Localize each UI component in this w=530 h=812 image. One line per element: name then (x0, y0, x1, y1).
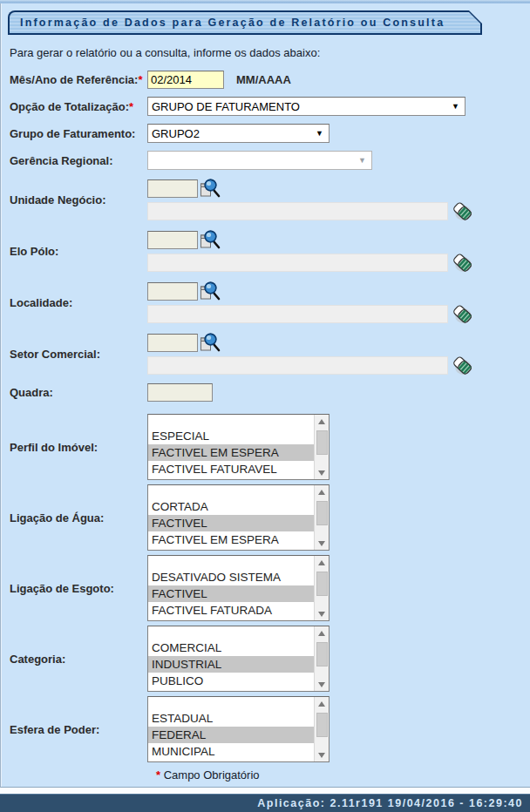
grupo-faturamento-value: GRUPO2 (152, 127, 312, 140)
field-row-ligacao-agua: Ligação de Água: CORTADA FACTIVEL FACTIV… (10, 484, 530, 551)
opcao-totalizacao-label: Opção de Totalização:* (10, 100, 147, 113)
scrollbar-thumb[interactable] (316, 572, 328, 596)
field-row-ligacao-esgoto: Ligação de Esgoto: DESATIVADO SISTEMA FA… (10, 555, 530, 621)
footer-gap (0, 788, 530, 794)
list-item[interactable]: FACTIVEL EM ESPERA (148, 531, 314, 548)
opcao-totalizacao-select[interactable]: GRUPO DE FATURAMENTO ▼ (147, 97, 465, 116)
opcao-totalizacao-label-text: Opção de Totalização: (10, 100, 129, 113)
search-icon[interactable] (200, 281, 221, 301)
instruction-text: Para gerar o relatório ou a consulta, in… (10, 46, 530, 59)
field-row-unidade-negocio: Unidade Negócio: (10, 178, 530, 222)
localidade-description (147, 305, 448, 323)
scroll-up-icon[interactable] (315, 626, 330, 639)
scrollbar-thumb[interactable] (316, 430, 328, 455)
scrollbar[interactable] (314, 556, 329, 620)
list-item[interactable]: CORTADA (148, 498, 314, 515)
scrollbar[interactable] (314, 485, 329, 550)
scrollbar-thumb[interactable] (316, 642, 328, 667)
list-item-selected[interactable]: FACTIVEL (148, 515, 314, 531)
ligacao-esgoto-label: Ligação de Esgoto: (10, 582, 147, 595)
localidade-code-input[interactable] (147, 282, 198, 301)
scrollbar[interactable] (314, 697, 329, 761)
search-icon[interactable] (200, 178, 221, 199)
eraser-icon[interactable] (452, 200, 473, 222)
grupo-faturamento-label: Grupo de Faturamento: (10, 127, 147, 140)
scroll-up-icon[interactable] (315, 485, 330, 498)
setor-comercial-description (147, 356, 448, 375)
list-item[interactable]: MUNICIPAL (148, 743, 314, 760)
scroll-down-icon[interactable] (315, 678, 330, 691)
scroll-up-icon[interactable] (315, 556, 330, 569)
list-item[interactable]: ESPECIAL (148, 428, 314, 444)
scrollbar-thumb[interactable] (316, 501, 328, 525)
field-row-grupo-faturamento: Grupo de Faturamento: GRUPO2 ▼ (10, 124, 530, 143)
list-item[interactable] (148, 626, 314, 639)
list-item[interactable]: FACTIVEL FATURAVEL (148, 461, 314, 477)
setor-comercial-label: Setor Comercial: (10, 348, 147, 361)
required-asterisk: * (156, 768, 160, 782)
scroll-down-icon[interactable] (315, 537, 330, 550)
list-item[interactable] (148, 556, 314, 569)
required-asterisk: * (129, 100, 133, 113)
field-row-localidade: Localidade: (10, 281, 530, 325)
mes-ano-input[interactable] (147, 71, 224, 89)
list-item[interactable]: DESATIVADO SISTEMA (148, 569, 314, 585)
chevron-down-icon: ▼ (316, 129, 323, 138)
scrollbar[interactable] (314, 415, 329, 479)
scroll-up-icon[interactable] (315, 697, 330, 710)
list-item[interactable]: COMERCIAL (148, 639, 314, 656)
required-note-text: Campo Obrigatório (164, 768, 260, 782)
list-item[interactable]: FACTIVEL FATURADA (148, 602, 314, 619)
scrollbar[interactable] (314, 626, 329, 691)
eraser-icon[interactable] (452, 303, 473, 325)
localidade-controls (147, 281, 473, 325)
unidade-negocio-controls (147, 178, 473, 222)
list-item[interactable] (148, 415, 314, 428)
unidade-negocio-code-input[interactable] (147, 179, 198, 198)
list-item-selected[interactable]: FACTIVEL (148, 585, 314, 602)
list-item[interactable]: ESTADUAL (148, 710, 314, 727)
chevron-down-icon: ▼ (358, 156, 366, 165)
list-item[interactable] (148, 485, 314, 498)
scroll-down-icon[interactable] (315, 748, 330, 761)
scroll-down-icon[interactable] (315, 466, 330, 479)
scroll-up-icon[interactable] (315, 415, 330, 428)
list-item-selected[interactable]: INDUSTRIAL (148, 656, 314, 673)
perfil-imovel-listbox[interactable]: ESPECIAL FACTIVEL EM ESPERA FACTIVEL FAT… (147, 414, 330, 480)
categoria-listbox[interactable]: COMERCIAL INDUSTRIAL PUBLICO (147, 626, 330, 692)
ligacao-esgoto-listbox[interactable]: DESATIVADO SISTEMA FACTIVEL FACTIVEL FAT… (147, 555, 330, 621)
field-row-esfera-poder: Esfera de Poder: ESTADUAL FEDERAL MUNICI… (10, 696, 530, 762)
grupo-faturamento-select[interactable]: GRUPO2 ▼ (147, 124, 330, 143)
quadra-input[interactable] (147, 383, 213, 402)
list-item[interactable] (148, 697, 314, 710)
mes-ano-label-text: Mês/Ano de Referência: (10, 73, 138, 86)
elo-polo-controls (147, 229, 473, 274)
eraser-icon[interactable] (452, 252, 473, 274)
opcao-totalizacao-value: GRUPO DE FATURAMENTO (152, 100, 448, 113)
page-title: Informação de Dados para Geração de Rela… (10, 12, 480, 33)
esfera-poder-listbox[interactable]: ESTADUAL FEDERAL MUNICIPAL (147, 696, 330, 762)
quadra-label: Quadra: (10, 386, 147, 399)
eraser-icon[interactable] (452, 355, 473, 376)
elo-polo-label: Elo Pólo: (10, 245, 147, 258)
field-row-gerencia-regional: Gerência Regional: ▼ (10, 151, 530, 170)
list-item-selected[interactable]: FACTIVEL EM ESPERA (148, 444, 314, 461)
field-row-mes-ano: Mês/Ano de Referência:* MM/AAAA (10, 71, 530, 89)
setor-comercial-code-input[interactable] (147, 334, 198, 352)
setor-comercial-controls (147, 332, 473, 376)
esfera-poder-label: Esfera de Poder: (10, 723, 147, 736)
application-status-bar: Aplicação: 2.11r191 19/04/2016 - 16:29:4… (0, 794, 530, 812)
field-row-quadra: Quadra: (10, 383, 530, 402)
list-item[interactable]: PUBLICO (148, 673, 314, 689)
date-format-hint: MM/AAAA (236, 73, 291, 86)
search-icon[interactable] (200, 332, 221, 353)
scroll-down-icon[interactable] (315, 607, 330, 620)
field-row-opcao-totalizacao: Opção de Totalização:* GRUPO DE FATURAME… (10, 97, 530, 116)
search-icon[interactable] (200, 229, 221, 250)
scrollbar-thumb[interactable] (316, 713, 328, 737)
ligacao-agua-listbox[interactable]: CORTADA FACTIVEL FACTIVEL EM ESPERA (147, 484, 330, 551)
field-row-setor-comercial: Setor Comercial: (10, 332, 530, 376)
elo-polo-code-input[interactable] (147, 231, 198, 249)
list-item-selected[interactable]: FEDERAL (148, 727, 314, 743)
chevron-down-icon: ▼ (452, 102, 459, 111)
